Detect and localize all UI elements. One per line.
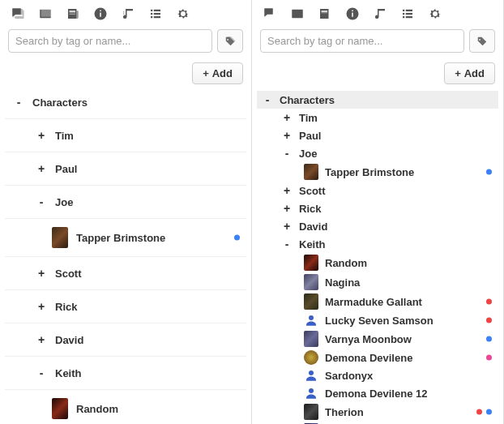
- group-row[interactable]: +Tim: [257, 109, 498, 126]
- group-label: Paul: [299, 130, 495, 142]
- photos-icon[interactable]: [37, 6, 53, 21]
- avatar: [304, 274, 318, 290]
- group-row[interactable]: +Rick: [5, 289, 246, 323]
- group-row[interactable]: +Paul: [5, 152, 246, 185]
- tag-button[interactable]: [217, 29, 243, 53]
- add-bar: + Add: [252, 58, 503, 91]
- svg-rect-19: [352, 11, 353, 12]
- chat-icon[interactable]: [10, 6, 26, 21]
- character-row[interactable]: Sardonyx: [257, 366, 498, 384]
- tag-button[interactable]: [469, 29, 495, 53]
- settings-icon[interactable]: [427, 6, 443, 21]
- chat-icon[interactable]: [262, 6, 278, 21]
- add-button[interactable]: + Add: [192, 62, 243, 84]
- character-row[interactable]: Random: [257, 253, 498, 272]
- status-dot: [486, 169, 492, 175]
- music-icon[interactable]: [372, 6, 388, 21]
- expand-icon[interactable]: +: [36, 300, 47, 313]
- character-row[interactable]: Marmaduke Gallant: [257, 292, 498, 311]
- svg-rect-24: [403, 16, 404, 18]
- group-row[interactable]: -Keith: [257, 235, 498, 253]
- character-name: Tapper Brimstone: [325, 166, 495, 178]
- expand-icon[interactable]: +: [281, 220, 293, 233]
- root-label: Characters: [280, 94, 495, 106]
- toolbar: [252, 0, 503, 29]
- character-row[interactable]: Tapper Brimstone: [5, 218, 246, 256]
- expand-icon[interactable]: +: [281, 184, 293, 197]
- avatar: [304, 293, 318, 310]
- group-row[interactable]: +Tim: [5, 118, 246, 152]
- group-row[interactable]: +Scott: [257, 182, 498, 199]
- search-bar: [252, 29, 503, 58]
- info-icon[interactable]: [344, 6, 361, 21]
- group-row[interactable]: +Paul: [257, 126, 498, 144]
- avatar: [52, 227, 68, 248]
- character-row[interactable]: Demona Devilene 12: [257, 384, 498, 402]
- group-row[interactable]: +Scott: [5, 256, 246, 289]
- search-input[interactable]: [260, 29, 464, 53]
- character-row[interactable]: Therion: [257, 402, 498, 422]
- expand-icon[interactable]: +: [36, 333, 47, 346]
- svg-rect-16: [322, 13, 328, 14]
- group-row[interactable]: -Joe: [257, 144, 498, 162]
- character-name: Tapper Brimstone: [76, 232, 241, 244]
- collapse-icon[interactable]: -: [281, 147, 293, 160]
- svg-rect-10: [151, 13, 152, 15]
- svg-rect-3: [70, 13, 76, 14]
- character-row[interactable]: Varnya Moonbow: [257, 329, 498, 349]
- avatar: [304, 331, 318, 347]
- person-icon: [304, 386, 318, 400]
- group-label: Scott: [55, 268, 243, 280]
- character-name: Demona Devilene 12: [325, 388, 495, 400]
- svg-rect-7: [100, 11, 101, 12]
- group-row[interactable]: -Joe: [5, 185, 246, 218]
- collapse-icon[interactable]: -: [281, 238, 293, 251]
- info-icon[interactable]: [92, 6, 109, 21]
- music-icon[interactable]: [120, 6, 136, 21]
- group-label: Rick: [55, 301, 243, 313]
- list-icon[interactable]: [147, 6, 164, 21]
- add-button[interactable]: + Add: [444, 62, 495, 84]
- collapse-icon[interactable]: -: [36, 195, 47, 208]
- group-row[interactable]: +David: [5, 323, 246, 356]
- expand-icon[interactable]: +: [281, 111, 293, 124]
- expand-icon[interactable]: +: [281, 129, 293, 142]
- expand-icon[interactable]: +: [36, 129, 47, 142]
- list-icon[interactable]: [399, 6, 416, 21]
- status-dots: [475, 409, 492, 415]
- status-dots: [485, 169, 492, 175]
- character-row[interactable]: Nagina: [257, 272, 498, 292]
- character-name: Demona Devilene: [325, 352, 495, 364]
- group-label: David: [299, 221, 495, 233]
- expand-icon[interactable]: +: [36, 267, 47, 280]
- collapse-icon[interactable]: -: [13, 96, 24, 109]
- character-row[interactable]: Demona Devilene: [257, 349, 498, 366]
- character-name: Therion: [325, 406, 495, 418]
- tree-root[interactable]: -Characters: [257, 91, 498, 109]
- add-label: Add: [212, 67, 233, 79]
- expand-icon[interactable]: +: [281, 202, 293, 215]
- character-row[interactable]: Random: [5, 389, 246, 424]
- settings-icon[interactable]: [175, 6, 191, 21]
- svg-rect-23: [406, 13, 412, 15]
- expand-icon[interactable]: +: [36, 162, 47, 175]
- collapse-icon[interactable]: -: [36, 366, 47, 379]
- left-panel: + Add -Characters+Tim+Paul-JoeTapper Bri…: [0, 0, 252, 424]
- group-row[interactable]: -Keith: [5, 356, 246, 389]
- character-name: Random: [76, 403, 241, 415]
- character-row[interactable]: Lucky Seven Samson: [257, 311, 498, 329]
- avatar: [304, 404, 318, 420]
- character-row[interactable]: Tapper Brimstone: [257, 162, 498, 182]
- avatar: [304, 350, 318, 365]
- tree-right: -Characters+Tim+Paul-JoeTapper Brimstone…: [252, 91, 503, 424]
- person-icon: [304, 368, 318, 383]
- news-icon[interactable]: [65, 6, 81, 21]
- group-row[interactable]: +Rick: [257, 199, 498, 217]
- status-dot: [486, 336, 492, 342]
- news-icon[interactable]: [317, 6, 333, 21]
- photos-icon[interactable]: [289, 6, 305, 21]
- search-input[interactable]: [8, 29, 212, 53]
- group-row[interactable]: +David: [257, 217, 498, 235]
- collapse-icon[interactable]: -: [262, 93, 273, 106]
- tree-root[interactable]: -Characters: [5, 91, 246, 118]
